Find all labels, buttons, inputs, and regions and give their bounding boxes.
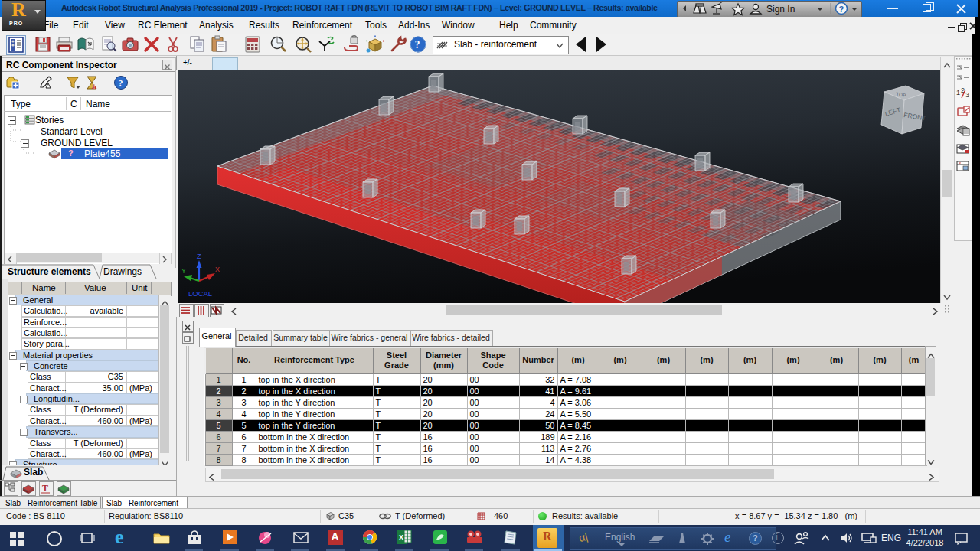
svg-text:?: ?	[119, 78, 123, 89]
svg-text:T: T	[42, 483, 48, 494]
svg-text:Z: Z	[197, 253, 201, 260]
svg-text:!: !	[93, 84, 95, 90]
svg-text:3: 3	[965, 91, 969, 99]
svg-text:1: 1	[956, 89, 960, 96]
svg-text:LOCAL: LOCAL	[188, 289, 212, 298]
svg-text:X: X	[215, 266, 220, 273]
svg-text:Sign In: Sign In	[766, 4, 795, 15]
svg-text:?: ?	[839, 5, 844, 14]
svg-text:Y: Y	[181, 267, 186, 275]
svg-text:?: ?	[415, 39, 420, 51]
